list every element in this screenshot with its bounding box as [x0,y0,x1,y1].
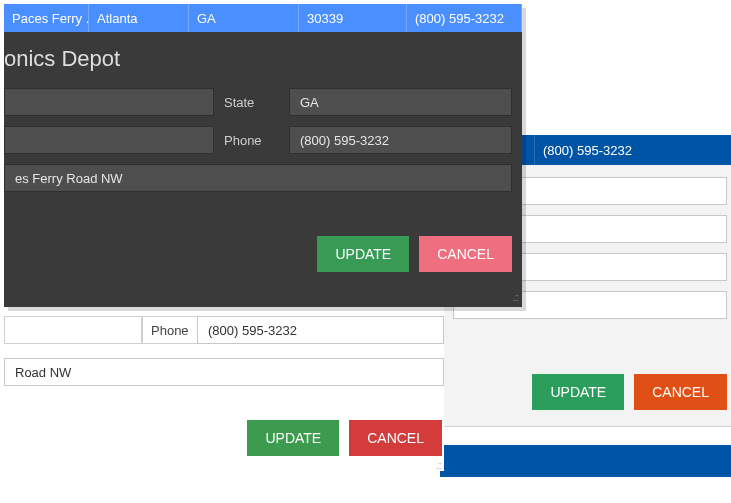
panel-dark-theme: Paces Ferry ... Atlanta GA 30339 (800) 5… [4,4,522,307]
col-city[interactable]: Atlanta [89,4,189,32]
grid-header-row: Paces Ferry ... Atlanta GA 30339 (800) 5… [4,4,522,32]
cancel-button[interactable]: CANCEL [419,236,512,272]
label-phone: Phone [224,133,279,148]
field-placeholder [4,88,214,116]
cancel-button[interactable]: CANCEL [349,420,442,456]
field-address[interactable] [4,358,444,386]
update-button[interactable]: UPDATE [532,374,624,410]
field-phone[interactable] [197,316,444,344]
field-address[interactable] [4,164,512,192]
field-state[interactable] [289,88,512,116]
field-placeholder [4,126,214,154]
update-button[interactable]: UPDATE [317,236,409,272]
update-button[interactable]: UPDATE [247,420,339,456]
edit-form: onics Depot State Phone UPDATE CANCEL [4,32,522,292]
resize-grip-icon[interactable]: .:: [440,477,731,492]
field-placeholder [4,316,142,344]
label-phone: Phone [142,316,197,344]
grid-footer [440,445,731,477]
field-phone[interactable] [289,126,512,154]
cancel-button[interactable]: CANCEL [634,374,727,410]
col-phone[interactable]: (800) 595-3232 [535,135,731,165]
col-state[interactable]: GA [189,4,299,32]
col-phone[interactable]: (800) 595-3232 [407,4,522,32]
col-zip[interactable]: 30339 [299,4,407,32]
resize-grip-icon[interactable]: .:: [4,456,444,471]
company-name: onics Depot [4,32,512,88]
resize-grip-icon[interactable]: .:: [4,292,522,307]
label-state: State [224,95,279,110]
col-street[interactable]: Paces Ferry ... [4,4,89,32]
